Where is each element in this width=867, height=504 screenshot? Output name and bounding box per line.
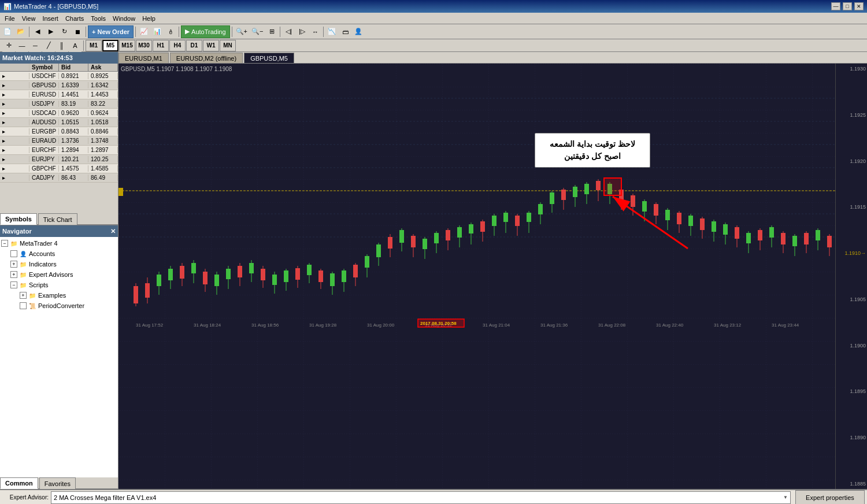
svg-rect-27 bbox=[226, 269, 231, 279]
separator6 bbox=[280, 27, 280, 37]
tree-expand-period_converter[interactable] bbox=[20, 302, 27, 309]
mw-symbol: GBPUSD bbox=[29, 82, 59, 88]
chart-scroll-right[interactable]: |▷ bbox=[295, 25, 308, 38]
period-m5[interactable]: M5 bbox=[102, 40, 118, 51]
menu-view[interactable]: View bbox=[18, 14, 39, 23]
market-watch-row[interactable]: ▸ GBPCHF 1.4575 1.4585 bbox=[0, 164, 118, 173]
menu-charts[interactable]: Charts bbox=[62, 14, 87, 23]
market-watch-row[interactable]: ▸ EURAUD 1.3736 1.3748 bbox=[0, 136, 118, 146]
indicators-button[interactable]: 📉 bbox=[325, 25, 338, 38]
draw-text[interactable]: A bbox=[69, 39, 81, 52]
chart-tab-gbpusd-m5[interactable]: GBPUSD,M5 bbox=[244, 53, 294, 63]
tree-label-accounts: Accounts bbox=[29, 250, 55, 257]
tree-expand-metatrader4[interactable]: − bbox=[1, 240, 8, 247]
tree-label-metatrader4: MetaTrader 4 bbox=[20, 240, 58, 247]
col-indicator bbox=[0, 64, 29, 71]
market-watch-row[interactable]: ▸ CADJPY 86.43 86.49 bbox=[0, 173, 118, 183]
profiles-button[interactable]: 👤 bbox=[352, 25, 365, 38]
draw-channel[interactable]: ║ bbox=[55, 39, 68, 52]
tree-expand-expert_advisors[interactable]: + bbox=[10, 271, 17, 278]
svg-rect-47 bbox=[342, 270, 346, 282]
grid-button[interactable]: ⊞ bbox=[265, 25, 278, 38]
navigator-close[interactable]: ✕ bbox=[110, 228, 116, 235]
templates-button[interactable]: 🗃 bbox=[339, 25, 351, 38]
tree-expand-accounts[interactable] bbox=[10, 250, 17, 257]
tab-symbols[interactable]: Symbols bbox=[0, 213, 37, 225]
market-watch-row[interactable]: ▸ USDJPY 83.19 83.22 bbox=[0, 99, 118, 109]
period-w1[interactable]: W1 bbox=[203, 40, 219, 51]
tree-expand-examples[interactable]: + bbox=[20, 292, 27, 299]
draw-line[interactable]: — bbox=[16, 39, 28, 52]
period-h1[interactable]: H1 bbox=[153, 40, 169, 51]
period-h4[interactable]: H4 bbox=[169, 40, 186, 51]
chart-line-button[interactable]: 📈 bbox=[138, 25, 150, 38]
menu-tools[interactable]: Tools bbox=[87, 14, 109, 23]
chart-scroll-left[interactable]: ◁| bbox=[282, 25, 295, 38]
period-m1[interactable]: M1 bbox=[86, 40, 102, 51]
navigator-tree-item-examples[interactable]: + 📁 Examples bbox=[1, 290, 117, 301]
tab-tick-chart[interactable]: Tick Chart bbox=[38, 213, 77, 225]
zoom-out-button[interactable]: 🔍− bbox=[250, 25, 265, 38]
navigator-tree-item-expert_advisors[interactable]: + 📁 Expert Advisors bbox=[1, 269, 117, 280]
chart-candle-button[interactable]: 🕯 bbox=[164, 25, 177, 38]
svg-rect-133 bbox=[118, 188, 123, 196]
new-order-button[interactable]: + New Order bbox=[88, 25, 134, 38]
autotrading-button[interactable]: ▶ AutoTrading bbox=[181, 25, 230, 38]
period-sep bbox=[83, 40, 84, 51]
market-watch-row[interactable]: ▸ GBPUSD 1.6339 1.6342 bbox=[0, 81, 118, 90]
menu-window[interactable]: Window bbox=[109, 14, 139, 23]
new-file-button[interactable]: 📄 bbox=[1, 25, 14, 38]
draw-hline[interactable]: ─ bbox=[29, 39, 42, 52]
chart-bar-button[interactable]: 📊 bbox=[151, 25, 164, 38]
toolbar-main: 📄 📂 ◀ ▶ ↻ ⏹ + New Order 📈 📊 🕯 ▶ AutoTrad… bbox=[0, 24, 867, 39]
navigator-tree-item-indicators[interactable]: + 📁 Indicators bbox=[1, 259, 117, 269]
chart-shift-button[interactable]: ↔ bbox=[309, 25, 321, 38]
draw-crosshair[interactable]: ✛ bbox=[2, 39, 15, 52]
ea-select[interactable]: 2 MA Crosses Mega filter EA V1.ex4 ▼ bbox=[51, 491, 791, 504]
navigator-tree-item-scripts[interactable]: − 📁 Scripts bbox=[1, 280, 117, 290]
navigator-tree-item-metatrader4[interactable]: − 📁 MetaTrader 4 bbox=[1, 238, 117, 249]
market-watch-row[interactable]: ▸ EURUSD 1.4451 1.4453 bbox=[0, 90, 118, 99]
open-button[interactable]: 📂 bbox=[14, 25, 27, 38]
stop-button[interactable]: ⏹ bbox=[71, 25, 84, 38]
minimize-button[interactable]: — bbox=[831, 2, 840, 10]
market-watch-row[interactable]: ▸ EURCHF 1.2894 1.2897 bbox=[0, 146, 118, 155]
menu-help[interactable]: Help bbox=[139, 14, 159, 23]
zoom-in-button[interactable]: 🔍+ bbox=[234, 25, 249, 38]
close-button[interactable]: ✕ bbox=[854, 2, 864, 10]
svg-rect-75 bbox=[503, 213, 508, 222]
tree-expand-scripts[interactable]: − bbox=[10, 281, 17, 288]
svg-rect-29 bbox=[238, 266, 242, 277]
market-watch-row[interactable]: ▸ USDCHF 0.8921 0.8925 bbox=[0, 72, 118, 81]
maximize-button[interactable]: □ bbox=[843, 2, 852, 10]
market-watch-row[interactable]: ▸ USDCAD 0.9620 0.9624 bbox=[0, 109, 118, 118]
refresh-button[interactable]: ↻ bbox=[58, 25, 71, 38]
expert-properties-button[interactable]: Expert properties bbox=[795, 490, 865, 505]
period-d1[interactable]: D1 bbox=[186, 40, 202, 51]
back-button[interactable]: ◀ bbox=[31, 25, 44, 38]
period-mn[interactable]: MN bbox=[220, 40, 236, 51]
navigator-tree-item-accounts[interactable]: 👤 Accounts bbox=[1, 249, 117, 259]
chart-container[interactable]: GBPUSD,M5 1.1907 1.1908 1.1907 1.1908 bbox=[118, 64, 835, 489]
tree-icon-indicators: 📁 bbox=[18, 260, 28, 269]
market-watch-row[interactable]: ▸ AUDUSD 1.0515 1.0518 bbox=[0, 118, 118, 127]
separator7 bbox=[323, 27, 324, 37]
svg-rect-73 bbox=[492, 216, 497, 226]
svg-rect-35 bbox=[272, 275, 277, 285]
market-watch-row[interactable]: ▸ EURJPY 120.21 120.25 bbox=[0, 155, 118, 164]
period-m15[interactable]: M15 bbox=[119, 40, 135, 51]
forward-button[interactable]: ▶ bbox=[45, 25, 57, 38]
menu-file[interactable]: File bbox=[1, 14, 18, 23]
tab-favorites[interactable]: Favorites bbox=[39, 477, 76, 489]
market-watch-row[interactable]: ▸ EURGBP 0.8843 0.8846 bbox=[0, 127, 118, 136]
draw-trendline[interactable]: ╱ bbox=[42, 39, 55, 52]
chart-tab-eurusd-m1[interactable]: EURUSD,M1 bbox=[118, 53, 169, 63]
svg-rect-49 bbox=[353, 265, 358, 277]
menu-insert[interactable]: Insert bbox=[39, 14, 62, 23]
tree-expand-indicators[interactable]: + bbox=[10, 261, 17, 268]
svg-rect-89 bbox=[584, 184, 589, 194]
tab-common[interactable]: Common bbox=[0, 477, 38, 489]
chart-tab-eurusd-m2[interactable]: EURUSD,M2 (offline) bbox=[170, 53, 243, 63]
period-m30[interactable]: M30 bbox=[136, 40, 152, 51]
navigator-tree-item-period_converter[interactable]: 📜 PeriodConverter bbox=[1, 301, 117, 311]
